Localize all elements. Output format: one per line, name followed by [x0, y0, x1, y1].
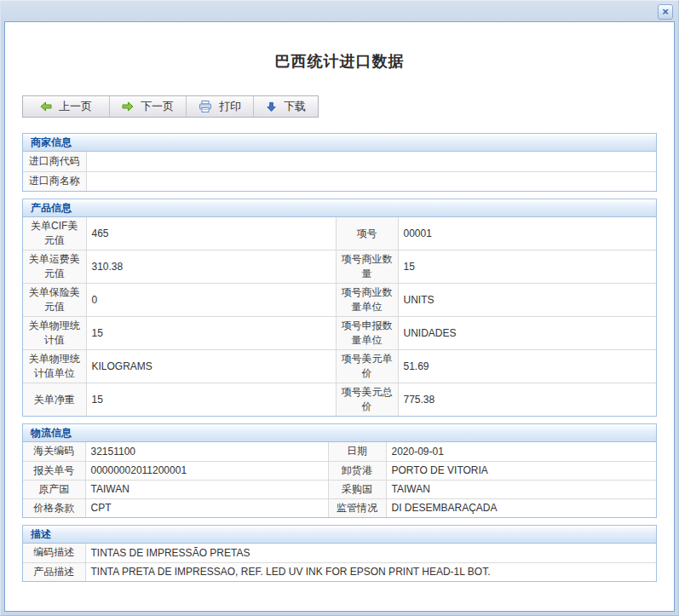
field-label: 报关单号	[23, 461, 85, 480]
field-value: TINTA PRETA DE IMPRESSAO, REF. LED UV IN…	[85, 562, 656, 581]
field-label: 价格条款	[23, 498, 85, 517]
field-value: 51.69	[398, 350, 656, 383]
field-label: 关单CIF美元值	[23, 217, 86, 250]
print-button[interactable]: 打印	[187, 96, 254, 117]
field-value: CPT	[85, 498, 328, 517]
description-table: 编码描述 TINTAS DE IMPRESSÃO PRETAS 产品描述 TIN…	[23, 544, 656, 581]
dialog-panel: 巴西统计进口数据 上一页 下一页	[4, 21, 675, 612]
field-value	[86, 152, 656, 171]
field-value	[86, 171, 656, 191]
field-value: DI DESEMBARAÇADA	[386, 498, 656, 517]
section-title-logistics: 物流信息	[23, 424, 656, 442]
prev-page-label: 上一页	[59, 99, 92, 114]
field-label: 项号美元总价	[336, 383, 398, 417]
next-page-button[interactable]: 下一页	[110, 96, 187, 117]
table-row: 进口商代码	[23, 152, 656, 171]
green-right-arrow-icon	[122, 101, 134, 112]
field-label: 监管情况	[328, 498, 386, 517]
table-row: 关单物理统计值 15 项号申报数量单位 UNIDADES	[23, 317, 656, 350]
section-logistics-info: 物流信息 海关编码 32151100 日期 2020-09-01 报关单号 00…	[22, 423, 657, 518]
field-value: 0	[86, 284, 336, 317]
download-button[interactable]: 下载	[254, 96, 318, 117]
table-row: 关单CIF美元值 465 项号 00001	[23, 217, 656, 250]
print-label: 打印	[219, 99, 241, 114]
table-row: 关单运费美元值 310.38 项号商业数量 15	[23, 250, 656, 284]
table-row: 关单保险美元值 0 项号商业数量单位 UNITS	[23, 284, 656, 317]
close-button[interactable]: ×	[658, 4, 673, 20]
section-title-product: 产品信息	[23, 199, 656, 217]
field-value: 32151100	[85, 442, 328, 461]
field-label: 进口商代码	[23, 152, 86, 171]
field-value: TAIWAN	[85, 480, 328, 498]
field-value: 15	[86, 383, 336, 417]
next-page-label: 下一页	[141, 99, 174, 114]
field-label: 产品描述	[23, 562, 85, 581]
table-row: 编码描述 TINTAS DE IMPRESSÃO PRETAS	[23, 544, 656, 562]
field-value: 310.38	[86, 250, 336, 284]
field-value: 775.38	[398, 383, 656, 417]
field-label: 关单物理统计值	[23, 317, 86, 350]
field-label: 项号商业数量单位	[336, 284, 398, 317]
field-value: UNIDADES	[398, 317, 656, 350]
field-value: 00001	[398, 217, 656, 250]
table-row: 进口商名称	[23, 171, 656, 191]
product-table: 关单CIF美元值 465 项号 00001 关单运费美元值 310.38 项号商…	[23, 217, 656, 416]
field-value: UNITS	[398, 284, 656, 317]
toolbar: 上一页 下一页 打印	[22, 95, 319, 118]
field-label: 项号	[336, 217, 398, 250]
field-label: 关单保险美元值	[23, 284, 86, 317]
field-value: TAIWAN	[386, 480, 656, 498]
green-left-arrow-icon	[40, 101, 52, 112]
dialog-window: × 巴西统计进口数据 上一页 下一页	[0, 0, 679, 616]
table-row: 海关编码 32151100 日期 2020-09-01	[23, 442, 656, 461]
field-label: 关单运费美元值	[23, 250, 86, 284]
field-value: 00000002011200001	[85, 461, 328, 480]
section-product-info: 产品信息 关单CIF美元值 465 项号 00001 关单运费美元值 310.3…	[22, 199, 657, 417]
prev-page-button[interactable]: 上一页	[23, 96, 110, 117]
field-label: 项号申报数量单位	[336, 317, 398, 350]
field-value: KILOGRAMS	[86, 350, 336, 383]
printer-icon	[199, 101, 212, 113]
merchant-table: 进口商代码 进口商名称	[23, 152, 656, 191]
section-title-description: 描述	[23, 526, 656, 544]
field-label: 海关编码	[23, 442, 85, 461]
field-label: 项号商业数量	[336, 250, 398, 284]
field-value: 15	[86, 317, 336, 350]
page-title: 巴西统计进口数据	[22, 51, 657, 72]
field-value: TINTAS DE IMPRESSÃO PRETAS	[85, 544, 656, 562]
section-description: 描述 编码描述 TINTAS DE IMPRESSÃO PRETAS 产品描述 …	[22, 525, 657, 582]
field-value: PORTO DE VITORIA	[386, 461, 656, 480]
field-value: 15	[398, 250, 656, 284]
field-label: 采购国	[328, 480, 386, 498]
table-row: 产品描述 TINTA PRETA DE IMPRESSAO, REF. LED …	[23, 562, 656, 581]
section-merchant-info: 商家信息 进口商代码 进口商名称	[22, 133, 657, 192]
close-icon: ×	[662, 5, 669, 18]
table-row: 价格条款 CPT 监管情况 DI DESEMBARAÇADA	[23, 498, 656, 517]
field-label: 进口商名称	[23, 171, 86, 191]
table-row: 报关单号 00000002011200001 卸货港 PORTO DE VITO…	[23, 461, 656, 480]
field-label: 编码描述	[23, 544, 85, 562]
field-value: 2020-09-01	[386, 442, 656, 461]
section-title-merchant: 商家信息	[23, 134, 656, 152]
table-row: 关单净重 15 项号美元总价 775.38	[23, 383, 656, 417]
field-label: 关单净重	[23, 383, 86, 417]
field-value: 465	[86, 217, 336, 250]
blue-down-arrow-icon	[266, 101, 277, 112]
field-label: 原产国	[23, 480, 85, 498]
table-row: 原产国 TAIWAN 采购国 TAIWAN	[23, 480, 656, 498]
field-label: 项号美元单价	[336, 350, 398, 383]
logistics-table: 海关编码 32151100 日期 2020-09-01 报关单号 0000000…	[23, 442, 656, 517]
download-label: 下载	[284, 99, 306, 114]
field-label: 卸货港	[328, 461, 386, 480]
field-label: 关单物理统计值单位	[23, 350, 86, 383]
field-label: 日期	[328, 442, 386, 461]
table-row: 关单物理统计值单位 KILOGRAMS 项号美元单价 51.69	[23, 350, 656, 383]
window-titlebar: ×	[1, 1, 678, 21]
